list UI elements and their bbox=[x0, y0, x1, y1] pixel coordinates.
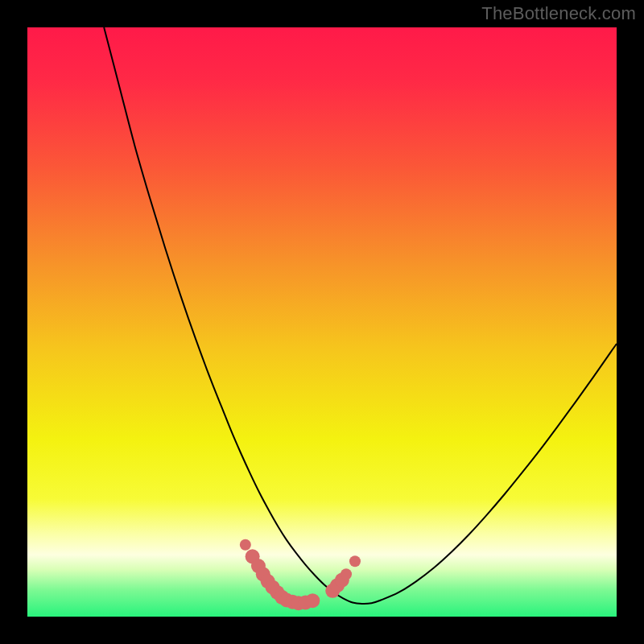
marker-point bbox=[341, 568, 352, 580]
watermark-text: TheBottleneck.com bbox=[481, 3, 636, 24]
marker-point bbox=[349, 555, 361, 567]
marker-point bbox=[240, 539, 251, 551]
chart-background bbox=[27, 27, 617, 617]
chart-svg bbox=[27, 27, 617, 617]
chart-plot bbox=[27, 27, 617, 617]
marker-point bbox=[305, 593, 320, 608]
chart-frame: TheBottleneck.com bbox=[0, 0, 644, 644]
